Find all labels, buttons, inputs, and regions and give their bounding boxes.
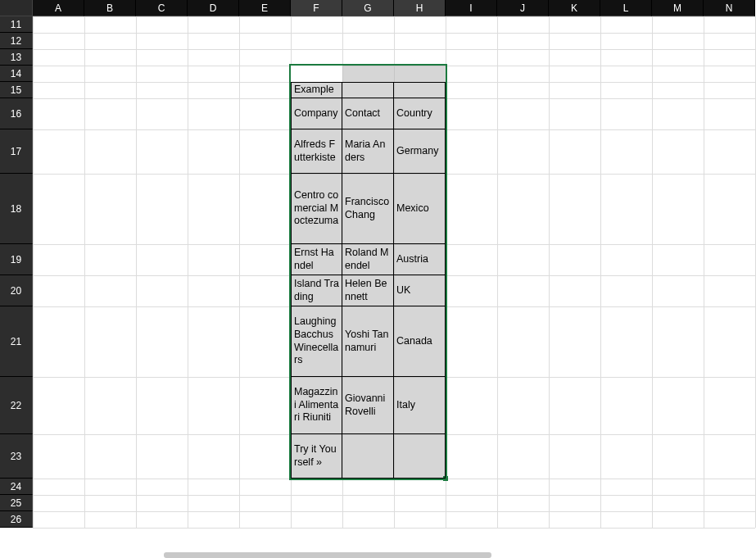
table-row: Ernst HandelRoland MendelAustria	[291, 244, 446, 275]
row-header-26[interactable]: 26	[0, 511, 33, 528]
cell[interactable]: Mexico	[394, 174, 446, 244]
table-row: Magazzini Alimentari RiunitiGiovanni Rov…	[291, 377, 446, 434]
column-header-b[interactable]: B	[84, 0, 136, 16]
row-headers[interactable]: 11121314151617181920212223242526	[0, 16, 33, 528]
column-header-n[interactable]: N	[704, 0, 755, 16]
row-header-19[interactable]: 19	[0, 244, 33, 275]
table-row: Try it Yourself »	[291, 434, 446, 479]
cell[interactable]: Austria	[394, 244, 446, 275]
cell[interactable]: Centro comercial Moctezuma	[291, 174, 342, 244]
row-header-25[interactable]: 25	[0, 495, 33, 511]
row-header-16[interactable]: 16	[0, 98, 33, 129]
cell[interactable]	[342, 434, 394, 479]
column-header-i[interactable]: I	[446, 0, 497, 16]
cell[interactable]	[394, 434, 446, 479]
row-header-24[interactable]: 24	[0, 479, 33, 495]
table-row: Laughing Bacchus WinecellarsYoshi Tannam…	[291, 306, 446, 377]
table-row: Alfreds FutterkisteMaria AndersGermany	[291, 129, 446, 174]
cell[interactable]: Francisco Chang	[342, 174, 394, 244]
cell[interactable]: Alfreds Futterkiste	[291, 129, 342, 174]
cell[interactable]: Roland Mendel	[342, 244, 394, 275]
cell[interactable]: Maria Anders	[342, 129, 394, 174]
row-header-11[interactable]: 11	[0, 16, 33, 33]
column-header-a[interactable]: A	[33, 0, 84, 16]
cell[interactable]: Giovanni Rovelli	[342, 377, 394, 434]
table-row: CompanyContactCountry	[291, 98, 446, 129]
row-header-20[interactable]: 20	[0, 275, 33, 306]
row-header-22[interactable]: 22	[0, 377, 33, 434]
table-row: Island TradingHelen BennettUK	[291, 275, 446, 306]
cell[interactable]: UK	[394, 275, 446, 306]
column-header-c[interactable]: C	[136, 0, 188, 16]
select-all-corner[interactable]	[0, 0, 33, 16]
cell[interactable]: Company	[291, 98, 342, 129]
cell[interactable]: Yoshi Tannamuri	[342, 306, 394, 377]
cell[interactable]: Try it Yourself »	[291, 434, 342, 479]
table-row: Example	[291, 82, 446, 98]
cell[interactable]: Contact	[342, 98, 394, 129]
table-row: Centro comercial MoctezumaFrancisco Chan…	[291, 174, 446, 244]
column-header-m[interactable]: M	[652, 0, 704, 16]
cell[interactable]: Italy	[394, 377, 446, 434]
active-cell[interactable]	[291, 66, 342, 82]
column-header-d[interactable]: D	[188, 0, 239, 16]
row-header-18[interactable]: 18	[0, 174, 33, 244]
data-table: ExampleCompanyContactCountryAlfreds Futt…	[291, 82, 446, 479]
column-header-e[interactable]: E	[239, 0, 291, 16]
row-header-12[interactable]: 12	[0, 33, 33, 49]
spreadsheet[interactable]: ABCDEFGHIJKLMN 1112131415161718192021222…	[0, 0, 756, 558]
cell[interactable]: Germany	[394, 129, 446, 174]
row-header-21[interactable]: 21	[0, 306, 33, 377]
column-header-j[interactable]: J	[497, 0, 549, 16]
cell[interactable]: Canada	[394, 306, 446, 377]
selection-range	[291, 66, 446, 479]
horizontal-scrollbar[interactable]	[164, 552, 491, 558]
column-header-g[interactable]: G	[342, 0, 394, 16]
cell[interactable]: Example	[291, 82, 342, 98]
column-header-l[interactable]: L	[600, 0, 652, 16]
column-header-k[interactable]: K	[549, 0, 600, 16]
cell[interactable]	[394, 82, 446, 98]
cell[interactable]: Country	[394, 98, 446, 129]
row-header-13[interactable]: 13	[0, 49, 33, 66]
row-header-23[interactable]: 23	[0, 434, 33, 479]
cell[interactable]: Magazzini Alimentari Riuniti	[291, 377, 342, 434]
column-headers[interactable]: ABCDEFGHIJKLMN	[33, 0, 755, 16]
column-header-f[interactable]: F	[291, 0, 342, 16]
cell[interactable]: Island Trading	[291, 275, 342, 306]
cell[interactable]: Helen Bennett	[342, 275, 394, 306]
row-header-14[interactable]: 14	[0, 66, 33, 82]
column-header-h[interactable]: H	[394, 0, 446, 16]
cell[interactable]	[342, 82, 394, 98]
cell[interactable]: Ernst Handel	[291, 244, 342, 275]
cell[interactable]: Laughing Bacchus Winecellars	[291, 306, 342, 377]
row-header-15[interactable]: 15	[0, 82, 33, 98]
row-header-17[interactable]: 17	[0, 129, 33, 174]
